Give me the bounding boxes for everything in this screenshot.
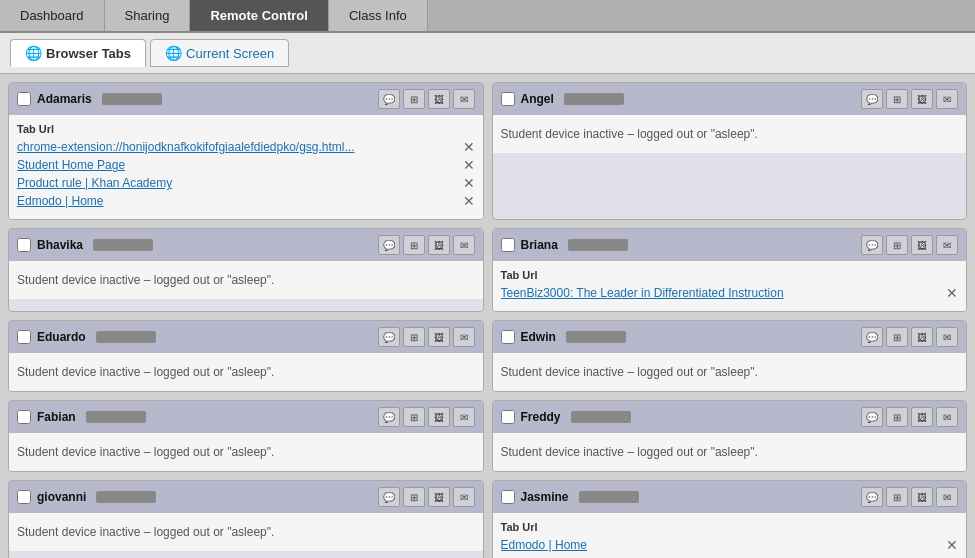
clone-icon-angel[interactable]: ⊞ <box>886 89 908 109</box>
student-card-briana: Briana💬⊞🖼✉Tab UrlTeenBiz3000: The Leader… <box>492 228 968 312</box>
name-blur-fabian <box>86 411 146 423</box>
student-card-eduardo: Eduardo💬⊞🖼✉Student device inactive – log… <box>8 320 484 392</box>
inactive-text-bhavika: Student device inactive – logged out or … <box>17 269 475 291</box>
card-body-freddy: Student device inactive – logged out or … <box>493 433 967 471</box>
image-icon-eduardo[interactable]: 🖼 <box>428 327 450 347</box>
clone-icon-eduardo[interactable]: ⊞ <box>403 327 425 347</box>
chat-icon-jasmine[interactable]: 💬 <box>861 487 883 507</box>
inactive-text-fabian: Student device inactive – logged out or … <box>17 441 475 463</box>
tab-url-link-adamaris-3[interactable]: Edmodo | Home <box>17 194 459 208</box>
student-checkbox-edwin[interactable] <box>501 330 515 344</box>
card-header-left: Adamaris <box>17 92 162 106</box>
student-checkbox-eduardo[interactable] <box>17 330 31 344</box>
chat-icon-fabian[interactable]: 💬 <box>378 407 400 427</box>
close-tab-icon-adamaris-1[interactable]: ✕ <box>463 157 475 173</box>
student-checkbox-bhavika[interactable] <box>17 238 31 252</box>
clone-icon-adamaris[interactable]: ⊞ <box>403 89 425 109</box>
top-nav: DashboardSharingRemote ControlClass Info <box>0 0 975 33</box>
student-checkbox-fabian[interactable] <box>17 410 31 424</box>
student-checkbox-angel[interactable] <box>501 92 515 106</box>
clone-icon-bhavika[interactable]: ⊞ <box>403 235 425 255</box>
clone-icon-giovanni[interactable]: ⊞ <box>403 487 425 507</box>
student-name-eduardo: Eduardo <box>37 330 86 344</box>
email-icon-briana[interactable]: ✉ <box>936 235 958 255</box>
chat-icon-adamaris[interactable]: 💬 <box>378 89 400 109</box>
image-icon-giovanni[interactable]: 🖼 <box>428 487 450 507</box>
sec-tab-browser-tabs[interactable]: 🌐Browser Tabs <box>10 39 146 67</box>
student-checkbox-giovanni[interactable] <box>17 490 31 504</box>
tab-url-link-adamaris-1[interactable]: Student Home Page <box>17 158 459 172</box>
close-tab-icon-briana-0[interactable]: ✕ <box>946 285 958 301</box>
email-icon-eduardo[interactable]: ✉ <box>453 327 475 347</box>
chat-icon-eduardo[interactable]: 💬 <box>378 327 400 347</box>
tab-url-link-briana-0[interactable]: TeenBiz3000: The Leader in Differentiate… <box>501 286 943 300</box>
student-checkbox-briana[interactable] <box>501 238 515 252</box>
tab-url-row-briana-0: TeenBiz3000: The Leader in Differentiate… <box>501 285 959 301</box>
student-checkbox-freddy[interactable] <box>501 410 515 424</box>
student-checkbox-adamaris[interactable] <box>17 92 31 106</box>
close-tab-icon-adamaris-3[interactable]: ✕ <box>463 193 475 209</box>
chat-icon-giovanni[interactable]: 💬 <box>378 487 400 507</box>
card-header-bhavika: Bhavika💬⊞🖼✉ <box>9 229 483 261</box>
clone-icon-briana[interactable]: ⊞ <box>886 235 908 255</box>
student-name-adamaris: Adamaris <box>37 92 92 106</box>
student-name-briana: Briana <box>521 238 558 252</box>
tab-url-link-adamaris-0[interactable]: chrome-extension://honijodknafkokifofgia… <box>17 140 459 154</box>
student-card-edwin: Edwin💬⊞🖼✉Student device inactive – logge… <box>492 320 968 392</box>
top-nav-tab-class-info[interactable]: Class Info <box>329 0 428 31</box>
card-header-edwin: Edwin💬⊞🖼✉ <box>493 321 967 353</box>
email-icon-freddy[interactable]: ✉ <box>936 407 958 427</box>
top-nav-tab-dashboard[interactable]: Dashboard <box>0 0 105 31</box>
card-header-angel: Angel💬⊞🖼✉ <box>493 83 967 115</box>
image-icon-fabian[interactable]: 🖼 <box>428 407 450 427</box>
student-card-bhavika: Bhavika💬⊞🖼✉Student device inactive – log… <box>8 228 484 312</box>
clone-icon-freddy[interactable]: ⊞ <box>886 407 908 427</box>
card-actions-bhavika: 💬⊞🖼✉ <box>378 235 475 255</box>
image-icon-bhavika[interactable]: 🖼 <box>428 235 450 255</box>
image-icon-freddy[interactable]: 🖼 <box>911 407 933 427</box>
email-icon-angel[interactable]: ✉ <box>936 89 958 109</box>
image-icon-edwin[interactable]: 🖼 <box>911 327 933 347</box>
close-tab-icon-adamaris-2[interactable]: ✕ <box>463 175 475 191</box>
sec-tab-link[interactable]: Current Screen <box>186 46 274 61</box>
close-tab-icon-adamaris-0[interactable]: ✕ <box>463 139 475 155</box>
image-icon-jasmine[interactable]: 🖼 <box>911 487 933 507</box>
chat-icon-freddy[interactable]: 💬 <box>861 407 883 427</box>
email-icon-jasmine[interactable]: ✉ <box>936 487 958 507</box>
top-nav-tab-remote-control[interactable]: Remote Control <box>190 0 329 31</box>
name-blur-adamaris <box>102 93 162 105</box>
student-name-edwin: Edwin <box>521 330 556 344</box>
student-card-adamaris: Adamaris💬⊞🖼✉Tab Urlchrome-extension://ho… <box>8 82 484 220</box>
chat-icon-edwin[interactable]: 💬 <box>861 327 883 347</box>
image-icon-adamaris[interactable]: 🖼 <box>428 89 450 109</box>
card-actions-fabian: 💬⊞🖼✉ <box>378 407 475 427</box>
chat-icon-angel[interactable]: 💬 <box>861 89 883 109</box>
email-icon-giovanni[interactable]: ✉ <box>453 487 475 507</box>
name-blur-freddy <box>571 411 631 423</box>
student-checkbox-jasmine[interactable] <box>501 490 515 504</box>
top-nav-tab-sharing[interactable]: Sharing <box>105 0 191 31</box>
clone-icon-edwin[interactable]: ⊞ <box>886 327 908 347</box>
name-blur-eduardo <box>96 331 156 343</box>
sec-tab-current-screen[interactable]: 🌐Current Screen <box>150 39 289 67</box>
email-icon-edwin[interactable]: ✉ <box>936 327 958 347</box>
image-icon-briana[interactable]: 🖼 <box>911 235 933 255</box>
email-icon-bhavika[interactable]: ✉ <box>453 235 475 255</box>
tab-url-link-adamaris-2[interactable]: Product rule | Khan Academy <box>17 176 459 190</box>
tab-url-link-jasmine-0[interactable]: Edmodo | Home <box>501 538 943 552</box>
name-blur-edwin <box>566 331 626 343</box>
card-header-left: Briana <box>501 238 628 252</box>
student-name-freddy: Freddy <box>521 410 561 424</box>
name-blur-bhavika <box>93 239 153 251</box>
clone-icon-fabian[interactable]: ⊞ <box>403 407 425 427</box>
inactive-text-edwin: Student device inactive – logged out or … <box>501 361 959 383</box>
card-header-left: Freddy <box>501 410 631 424</box>
chat-icon-briana[interactable]: 💬 <box>861 235 883 255</box>
clone-icon-jasmine[interactable]: ⊞ <box>886 487 908 507</box>
email-icon-fabian[interactable]: ✉ <box>453 407 475 427</box>
close-tab-icon-jasmine-0[interactable]: ✕ <box>946 537 958 553</box>
inactive-text-giovanni: Student device inactive – logged out or … <box>17 521 475 543</box>
email-icon-adamaris[interactable]: ✉ <box>453 89 475 109</box>
image-icon-angel[interactable]: 🖼 <box>911 89 933 109</box>
chat-icon-bhavika[interactable]: 💬 <box>378 235 400 255</box>
